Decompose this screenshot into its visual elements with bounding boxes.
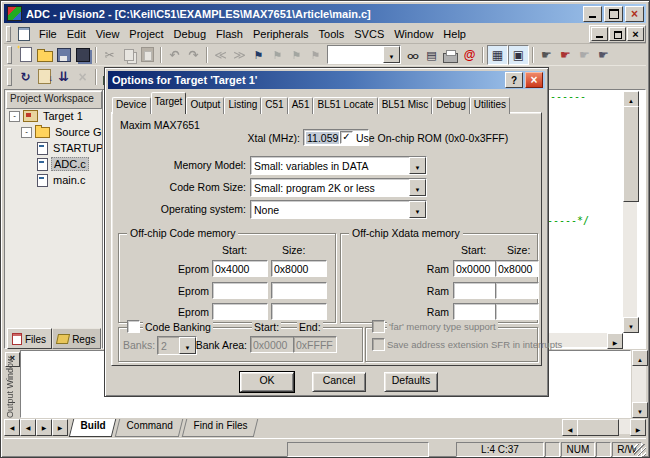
scroll-up-button[interactable] (632, 350, 648, 366)
project-tree[interactable]: Target 1 Source Group 1 STARTUP.A51 ADC.… (6, 108, 102, 326)
close-button[interactable] (625, 6, 644, 22)
find-combo-dropdown[interactable] (383, 46, 400, 63)
defaults-button[interactable]: Defaults (384, 372, 438, 392)
menu-flash[interactable]: Flash (211, 26, 248, 42)
tree-item-target1[interactable]: Target 1 (6, 108, 102, 124)
tab-scroll-first-button[interactable] (4, 419, 20, 436)
project-window-toggle[interactable] (487, 45, 508, 65)
app-icon[interactable] (7, 6, 22, 21)
eprom3-start-input[interactable] (212, 303, 268, 320)
next-bookmark-button[interactable] (287, 46, 306, 64)
menu-edit[interactable]: Edit (62, 26, 91, 42)
undo-button[interactable] (165, 46, 184, 64)
tab-listing[interactable]: Listing (224, 97, 261, 114)
memory-model-combo[interactable]: Small: variables in DATA (250, 156, 427, 175)
menu-debug[interactable]: Debug (169, 26, 211, 42)
menu-project[interactable]: Project (124, 26, 168, 42)
tree-item-adc[interactable]: ADC.c (6, 156, 102, 172)
mdi-minimize-button[interactable] (591, 27, 608, 41)
indent-button[interactable] (230, 46, 249, 64)
ram1-size-input[interactable] (495, 260, 539, 277)
save-button[interactable] (54, 46, 73, 64)
code-rom-dropdown[interactable] (409, 179, 426, 196)
translate-file-button[interactable] (16, 68, 35, 86)
tab-target[interactable]: Target (151, 92, 187, 114)
menu-tools[interactable]: Tools (314, 26, 350, 42)
outdent-button[interactable] (211, 46, 230, 64)
eprom1-size-input[interactable] (271, 260, 327, 277)
ok-button[interactable]: OK (240, 372, 294, 392)
scroll-down-button[interactable] (623, 317, 639, 333)
tab-scroll-last-button[interactable] (52, 419, 68, 436)
menu-file[interactable]: File (34, 26, 62, 42)
scroll-left-button[interactable] (562, 419, 578, 436)
ram3-start-input[interactable] (453, 303, 497, 320)
tab-files[interactable]: Files (7, 328, 52, 349)
menu-view[interactable]: View (91, 26, 125, 42)
print-button[interactable] (441, 46, 460, 64)
find-in-files-button[interactable] (403, 46, 422, 64)
memory-model-dropdown[interactable] (409, 157, 426, 174)
ram3-size-input[interactable] (495, 303, 539, 320)
eprom2-size-input[interactable] (271, 282, 327, 299)
scroll-thumb[interactable] (623, 106, 639, 202)
resize-grip[interactable] (634, 444, 646, 456)
menu-peripherals[interactable]: Peripherals (248, 26, 314, 42)
mdi-restore-button[interactable] (609, 27, 626, 41)
output-window-toggle[interactable] (508, 45, 529, 65)
tab-command[interactable]: Command (115, 419, 184, 437)
tree-item-main[interactable]: main.c (6, 172, 102, 188)
tab-scroll-right-button[interactable] (36, 419, 52, 436)
find-button[interactable] (422, 46, 441, 64)
maximize-button[interactable] (604, 6, 623, 22)
tab-c51[interactable]: C51 (261, 97, 287, 114)
kill-all-breakpoints-button[interactable] (556, 46, 575, 64)
find-combo[interactable] (327, 45, 401, 64)
minimize-button[interactable] (583, 6, 602, 22)
build-target-button[interactable] (35, 68, 54, 86)
copy-button[interactable] (119, 46, 138, 64)
output-horizontal-scrollbar[interactable] (562, 419, 646, 434)
menu-window[interactable]: Window (389, 26, 438, 42)
tab-regs[interactable]: Regs (52, 328, 101, 349)
ram2-size-input[interactable] (495, 282, 539, 299)
tab-a51[interactable]: A51 (288, 97, 314, 114)
paste-button[interactable] (138, 46, 157, 64)
ram1-start-input[interactable] (453, 260, 497, 277)
enable-breakpoint-button[interactable] (575, 46, 594, 64)
tab-output[interactable]: Output (186, 97, 224, 114)
redo-button[interactable] (184, 46, 203, 64)
tab-bl51-locate[interactable]: BL51 Locate (313, 97, 377, 114)
output-vertical-scrollbar[interactable] (632, 350, 646, 418)
cut-button[interactable] (100, 46, 119, 64)
tab-device[interactable]: Device (112, 97, 151, 114)
dialog-help-button[interactable] (505, 72, 523, 88)
editor-vertical-scrollbar[interactable] (623, 91, 637, 333)
collapse-icon[interactable] (21, 127, 32, 138)
scroll-down-button[interactable] (632, 402, 648, 418)
find-input[interactable] (328, 46, 383, 63)
toggle-bookmark-button[interactable] (249, 46, 268, 64)
tab-utilities[interactable]: Utilities (470, 97, 510, 114)
document-icon[interactable] (18, 27, 30, 41)
cancel-button[interactable]: Cancel (312, 372, 366, 392)
tree-item-source-group[interactable]: Source Group 1 (6, 124, 102, 140)
prev-bookmark-button[interactable] (268, 46, 287, 64)
mdi-close-button[interactable] (627, 27, 644, 41)
os-dropdown[interactable] (409, 201, 426, 218)
code-rom-combo[interactable]: Small: program 2K or less (250, 178, 427, 197)
insert-breakpoint-button[interactable] (537, 46, 556, 64)
eprom2-start-input[interactable] (212, 282, 268, 299)
clear-bookmarks-button[interactable] (306, 46, 325, 64)
toolbar-grip[interactable] (7, 46, 12, 64)
disable-all-breakpoints-button[interactable] (594, 46, 613, 64)
tab-build[interactable]: Build (69, 419, 116, 437)
new-file-button[interactable] (16, 46, 35, 64)
eprom1-start-input[interactable] (212, 260, 268, 277)
use-onchip-rom-checkbox[interactable] (340, 131, 353, 144)
open-file-button[interactable] (35, 46, 54, 64)
eprom3-size-input[interactable] (271, 303, 327, 320)
code-banking-checkbox[interactable] (127, 320, 140, 333)
toolbar-grip[interactable] (7, 68, 12, 86)
scroll-up-button[interactable] (623, 91, 639, 107)
